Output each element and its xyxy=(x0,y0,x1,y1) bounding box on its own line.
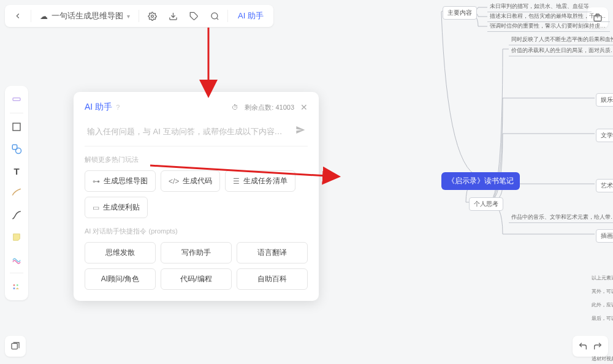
quick-actions-row: ⊶生成思维导图 </>生成代码 ☰生成任务清单 ▭生成便利贴 xyxy=(85,170,308,218)
search-icon[interactable] xyxy=(207,8,223,24)
doc-title-dropdown[interactable]: ☁ 一句话生成思维导图 ▾ xyxy=(36,10,134,21)
section-title-1: 解锁更多热门玩法 xyxy=(85,155,308,164)
export-icon[interactable] xyxy=(165,8,181,24)
mindmap-leaf[interactable]: 未日审判的描写，如洪水、地震、血征等 xyxy=(487,2,592,12)
tool-more[interactable] xyxy=(8,278,25,295)
chip-prompt-5[interactable]: 自助百科 xyxy=(237,268,308,290)
note-icon: ▭ xyxy=(93,203,99,212)
mindmap-leaf[interactable]: 作品中的音乐、文学和艺术元素，给人带来惊艳的视感感受 xyxy=(509,213,613,223)
tag-icon[interactable] xyxy=(186,8,202,24)
top-toolbar: ☁ 一句话生成思维导图 ▾ AI 助手 xyxy=(5,5,273,27)
annotation-arrow-1 xyxy=(196,25,221,98)
mindmap-branch-1[interactable]: 主要内容 xyxy=(443,6,477,20)
chip-prompt-1[interactable]: 写作助手 xyxy=(161,242,232,264)
mindmap-tiny: 其外，可以通过其最会引发观摩共性， xyxy=(592,288,613,295)
chip-gen-sticky[interactable]: ▭生成便利贴 xyxy=(85,197,148,218)
mindmap-branch-2[interactable]: 个人思考 xyxy=(469,197,503,211)
settings-icon[interactable] xyxy=(144,8,160,24)
layers-button[interactable] xyxy=(5,336,26,357)
tool-frame[interactable] xyxy=(8,118,25,135)
doc-title-text: 一句话生成思维导图 xyxy=(51,10,123,21)
help-icon[interactable]: ? xyxy=(116,104,120,111)
tool-shape[interactable] xyxy=(8,140,25,157)
mindmap-tiny: 以上元素通过艺术音中的音乐、文学等艺 xyxy=(592,275,613,281)
chip-prompt-4[interactable]: 代码/编程 xyxy=(161,268,232,290)
mindmap-leaf[interactable]: 价值的承载和人的生日的局某，面对兵质和生命价值取向很难的悲哀带给读者感悟 xyxy=(509,47,613,56)
prompts-grid: 思维发散 写作助手 语言翻译 AI顾问/角色 代码/编程 自助百科 xyxy=(85,242,308,290)
mindmap-leaf[interactable]: 同时反映了人类不断生态平衡的后果和血性的重要性 xyxy=(509,36,613,45)
svg-point-0 xyxy=(151,15,153,17)
cloud-icon: ☁ xyxy=(40,12,48,21)
svg-marker-12 xyxy=(16,287,19,289)
chevron-down-icon: ▾ xyxy=(127,13,130,20)
side-toolbar: T xyxy=(5,86,28,300)
back-button[interactable] xyxy=(10,8,26,24)
mindmap-canvas[interactable]: 《启示录》读书笔记 主要内容 未日审判的描写，如洪水、地震、血征等 描述末日教程… xyxy=(349,0,613,364)
tool-connector[interactable] xyxy=(8,207,25,224)
svg-rect-6 xyxy=(13,123,20,131)
mindmap-sub[interactable]: 插画语言 xyxy=(596,229,613,243)
svg-point-8 xyxy=(16,148,21,154)
chip-gen-mindmap[interactable]: ⊶生成思维导图 xyxy=(85,170,156,192)
chip-prompt-2[interactable]: 语言翻译 xyxy=(237,242,308,264)
mindmap-icon: ⊶ xyxy=(93,177,100,186)
mindmap-leaf[interactable]: 描述末日教程，包括灾难的最终取胜性，千年王国的实现等 xyxy=(487,12,610,22)
svg-rect-13 xyxy=(12,343,17,349)
points-remaining: 剩余点数: 41003 xyxy=(245,103,294,112)
chip-prompt-0[interactable]: 思维发散 xyxy=(85,242,156,264)
ai-assistant-button[interactable]: AI 助手 xyxy=(233,10,268,21)
tool-node[interactable] xyxy=(8,91,25,108)
ai-prompt-input[interactable] xyxy=(87,127,289,136)
code-icon: </> xyxy=(169,177,179,186)
tool-sticky[interactable] xyxy=(8,229,25,246)
clock-icon: ⏱ xyxy=(232,104,238,111)
chip-gen-code[interactable]: </>生成代码 xyxy=(161,170,220,192)
svg-point-3 xyxy=(211,12,217,18)
ai-assistant-panel: AI 助手 ? ⏱ 剩余点数: 41003 ✕ 解锁更多热门玩法 ⊶生成思维导图… xyxy=(74,92,319,301)
chip-prompt-3[interactable]: AI顾问/角色 xyxy=(85,268,156,290)
svg-rect-5 xyxy=(13,98,20,101)
mindmap-tiny: 最后，可以观察叙事化最人产生情解决新愿景，同时，从而在一步步技术、文字等说，选得… xyxy=(592,315,613,322)
mindmap-leaf[interactable]: 强调时信仰的重要性，警示人们要时刻保持虔诚的话语 xyxy=(487,22,610,32)
ai-panel-title: AI 助手 xyxy=(85,102,112,113)
tool-text[interactable]: T xyxy=(8,162,25,180)
svg-rect-11 xyxy=(13,287,15,289)
close-icon[interactable]: ✕ xyxy=(300,102,308,112)
svg-line-4 xyxy=(216,18,218,20)
tool-pen[interactable] xyxy=(8,184,25,202)
mindmap-sub[interactable]: 娱乐元素 xyxy=(596,93,613,107)
mindmap-tiny: 此外，应该主要作为情感复， xyxy=(592,301,613,308)
mindmap-sub[interactable]: 艺术元素 xyxy=(596,179,613,192)
svg-point-9 xyxy=(13,284,15,286)
section-title-2: AI 对话助手快捷指令 (prompts) xyxy=(85,227,308,236)
mindmap-root-node[interactable]: 《启示录》读书笔记 xyxy=(441,172,520,190)
mindmap-tiny: 通材对视频人物技继庭历朝 xyxy=(592,355,613,362)
tool-link[interactable] xyxy=(8,251,25,268)
list-icon: ☰ xyxy=(233,177,240,186)
send-icon[interactable] xyxy=(295,125,305,137)
mindmap-sub[interactable]: 文学元素 xyxy=(596,129,613,142)
chip-gen-tasklist[interactable]: ☰生成任务清单 xyxy=(225,170,295,192)
svg-point-10 xyxy=(17,284,18,286)
